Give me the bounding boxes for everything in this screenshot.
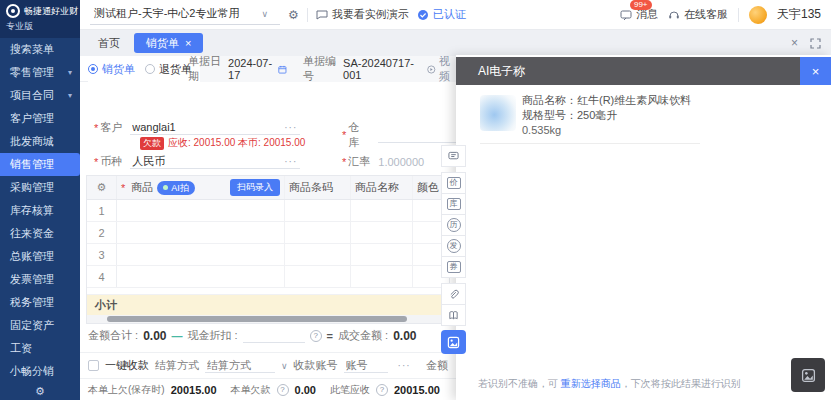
receipt-account-field[interactable] (344, 358, 388, 373)
items-table: ⚙ *商品 AI拍 扫码录入 商品条码 商品名称 颜色 尺寸 1 2 3 (86, 175, 450, 324)
help-icon[interactable]: ? (277, 384, 289, 396)
settings-gear-icon[interactable]: ⚙ (288, 9, 299, 21)
table-settings-gear-icon[interactable]: ⚙ (87, 176, 117, 199)
rate-label: 汇率 (348, 154, 370, 169)
settle-method-select[interactable] (205, 358, 275, 373)
customer-label: 客户 (100, 120, 122, 135)
chevron-down-icon: ▾ (68, 84, 72, 107)
account-picker-icon[interactable]: ··· (398, 360, 411, 371)
sidebar-item-payroll[interactable]: 工资 (0, 337, 80, 360)
brand-edition: 专业版 (6, 20, 74, 33)
sidebar-item-customer[interactable]: 客户管理 (0, 107, 80, 130)
col-product: *商品 AI拍 扫码录入 (117, 176, 285, 199)
divider (738, 8, 739, 22)
video-link[interactable]: 视频 (427, 56, 456, 84)
scan-entry-button[interactable]: 扫码录入 (230, 179, 280, 196)
docs-tool-button[interactable] (441, 304, 466, 326)
sidebar-item-funds[interactable]: 往来资金 (0, 222, 80, 245)
stock-icon: 库 (447, 198, 461, 210)
messages-button[interactable]: 消息 99+ (620, 7, 658, 22)
attachment-tool-button[interactable] (441, 283, 466, 305)
tab-sales-order[interactable]: 销货单 × (134, 33, 203, 53)
radio-return-order[interactable]: 退货单 (145, 62, 192, 77)
ai-image-icon (447, 336, 460, 349)
history-tool-button[interactable]: 历 (441, 214, 466, 236)
prev-balance-label: 本单上欠(保存时) (88, 383, 165, 397)
tab-bar: 首页 销货单 × × (80, 30, 831, 56)
close-all-icon[interactable]: × (791, 36, 798, 50)
currency-picker-icon[interactable]: ··· (284, 156, 297, 167)
doc-no-label: 单据编号 (303, 56, 338, 84)
sidebar-item-inventory[interactable]: 库存核算 (0, 199, 80, 222)
sidebar-item-retail[interactable]: 零售管理▾ (0, 61, 80, 84)
sidebar-item-purchase[interactable]: 采购管理 (0, 176, 80, 199)
verified-badge[interactable]: 已认证 (417, 7, 466, 22)
tab-close-icon[interactable]: × (185, 37, 191, 49)
customer-field[interactable] (130, 120, 300, 135)
recognition-hint: 若识别不准确，可 重新选择商品，下次将按此结果进行识别 (478, 377, 741, 391)
invoice-tool-button[interactable]: 发 (441, 235, 466, 257)
note-tool-button[interactable] (441, 145, 466, 167)
sidebar-item-ledger[interactable]: 总账管理 (0, 245, 80, 268)
tab-home[interactable]: 首页 (92, 36, 126, 51)
customer-picker-icon[interactable]: ··· (284, 122, 297, 133)
help-icon[interactable]: ? (376, 384, 388, 396)
radio-sales-order[interactable]: 销货单 (88, 62, 135, 77)
one-click-receipt-label: 一键收款 (105, 358, 149, 373)
current-debt-label: 本单欠款 (231, 383, 271, 397)
chat-bubble-icon (316, 9, 328, 21)
ai-camera-button[interactable] (791, 358, 825, 392)
calendar-icon[interactable] (278, 64, 287, 75)
one-click-receipt-checkbox[interactable] (88, 360, 99, 371)
ai-panel-close-button[interactable]: × (800, 57, 831, 85)
sidebar-item-tax[interactable]: 税务管理 (0, 291, 80, 314)
cash-discount-field[interactable] (243, 328, 305, 343)
table-row[interactable]: 4 (87, 266, 449, 288)
warehouse-field[interactable] (378, 128, 456, 143)
brand-logo-icon (6, 4, 20, 18)
reselect-product-link[interactable]: 重新选择商品 (561, 378, 621, 389)
stock-tool-button[interactable]: 库 (441, 193, 466, 215)
table-row[interactable]: 3 (87, 244, 449, 266)
sales-order-form: 销货单 退货单 单据日期 2024-07-17 单据编号 SA-20240717… (80, 56, 456, 400)
coupon-icon: 券 (447, 261, 461, 273)
sidebar-item-fixed-assets[interactable]: 固定资产 (0, 314, 80, 337)
totals-row: 金额合计 : 0.00 — 现金折扣 : ? = 成交金额 : 0.00 (88, 328, 448, 343)
support-button[interactable]: 在线客服 (668, 7, 728, 22)
doc-date-label: 单据日期 (188, 56, 223, 84)
sidebar-item-sales[interactable]: 销售管理 (0, 153, 80, 176)
balance-stats-row: 本单上欠(保存时) 20015.00 本单欠款 ? 0.00 此笔应收 ? 20… (80, 378, 456, 400)
sidebar-item-invoice[interactable]: 发票管理 (0, 268, 80, 291)
avatar[interactable] (749, 6, 767, 24)
sidebar-item-project-contract[interactable]: 项目合同▾ (0, 84, 80, 107)
ai-panel-header: AI电子称 × (456, 57, 831, 85)
sidebar-settings-gear-icon[interactable]: ⚙ (0, 385, 80, 398)
currency-field[interactable] (130, 154, 300, 169)
ai-image-icon (801, 368, 816, 383)
sidebar-item-wholesale-mall[interactable]: 批发商城 (0, 130, 80, 153)
sidebar-item-distribution[interactable]: 小畅分销 (0, 360, 80, 383)
tenant-select[interactable]: 测试租户-天宇-中心2专业常用 ∨ (90, 4, 280, 25)
cash-discount-label: 现金折扣 : (187, 328, 237, 343)
sidebar-item-search-menu[interactable]: 搜索菜单 (0, 38, 80, 61)
help-icon[interactable]: ? (310, 330, 322, 342)
scrollbar-thumb[interactable] (107, 316, 407, 322)
doc-date-value[interactable]: 2024-07-17 (228, 57, 273, 81)
table-row[interactable]: 2 (87, 222, 449, 244)
equals-operator: = (327, 330, 333, 342)
chevron-down-icon[interactable]: ∨ (281, 361, 288, 371)
ai-scale-panel: AI电子称 × 商品名称：红牛(R)维生素风味饮料 规格型号：250毫升 0.5… (456, 55, 831, 400)
product-spec-line: 规格型号：250毫升 (522, 108, 691, 123)
chevron-down-icon: ∨ (261, 9, 268, 19)
fullscreen-icon[interactable] (810, 38, 821, 49)
product-thumbnail (480, 95, 516, 131)
customer-debt-info: 欠款 应收: 20015.00 本币: 20015.00 (140, 136, 305, 150)
table-row[interactable]: 1 (87, 200, 449, 222)
price-tool-button[interactable]: 价 (441, 172, 466, 194)
col-barcode: 商品条码 (285, 176, 351, 199)
ai-scale-toggle-button[interactable] (441, 330, 466, 354)
minus-operator: — (171, 330, 182, 342)
demo-link[interactable]: 我要看实例演示 (316, 7, 409, 22)
coupon-tool-button[interactable]: 券 (441, 256, 466, 278)
ai-photo-button[interactable]: AI拍 (157, 181, 195, 195)
